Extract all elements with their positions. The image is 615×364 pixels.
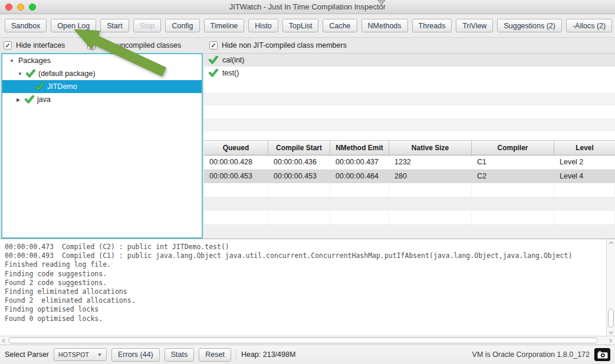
timeline-button[interactable]: Timeline [204,19,245,32]
empty-list-row [204,105,615,118]
compilation-table: Queued Compile Start NMethod Emit Native… [204,140,615,239]
screenshot-camera-button[interactable] [594,348,610,361]
table-cell: 00:00:00.437 [330,155,389,169]
table-cell: 00:00:00.464 [330,170,389,184]
chevron-down-icon: ▼ [97,352,102,358]
table-cell: 00:00:00.428 [204,155,268,169]
nmethods-button[interactable]: NMethods [361,19,408,32]
select-parser-label: Select Parser [5,350,49,359]
hide-uncompiled-label: Hide uncompiled classes [100,41,181,49]
vertical-scroll-thumb[interactable] [608,309,614,327]
hide-non-jit-label: Hide non JIT-compiled class members [222,41,347,49]
triview-button[interactable]: TriView [456,19,493,32]
table-row[interactable]: 00:00:00.428 00:00:00.436 00:00:00.437 1… [204,155,615,170]
statusbar: Select Parser HOTSPOT ▼ Errors (44) Stat… [0,345,615,364]
log-horizontal-scrollbar[interactable] [0,336,615,345]
table-cell: C1 [472,155,554,169]
suggestions-button[interactable]: Suggestions (2) [497,19,562,32]
scroll-right-icon[interactable] [606,336,614,345]
empty-list-row [204,118,615,131]
heap-usage: Heap: 213/498M [241,350,295,359]
sandbox-button[interactable]: Sandbox [5,19,47,32]
table-cell: Level 2 [554,155,615,169]
tree-item-java[interactable]: ▶ java [2,93,202,106]
hide-non-jit-checkbox[interactable]: ✓ [209,41,218,49]
stop-button: Stop [133,19,162,32]
column-header-queued[interactable]: Queued [204,141,268,155]
tree-item-packages[interactable]: ▼ Packages [2,54,202,67]
reset-button[interactable]: Reset [199,348,231,362]
table-header-row: Queued Compile Start NMethod Emit Native… [204,140,615,155]
compiled-check-icon [209,56,218,64]
tree-item-default-package[interactable]: ▼ (default package) [2,67,202,80]
parser-select[interactable]: HOTSPOT ▼ [54,348,107,361]
hide-uncompiled-checkbox[interactable]: ✓ [87,41,96,49]
errors-button[interactable]: Errors (44) [111,348,160,362]
column-header-compile-start[interactable]: Compile Start [268,141,330,155]
log-vertical-scrollbar[interactable] [606,239,615,336]
empty-table-row [204,183,615,197]
divider [236,349,236,360]
collapse-arrow-icon[interactable]: ▼ [9,58,15,64]
package-tree: ▼ Packages ▼ (default package) JITDemo ▶… [1,53,203,239]
column-header-nmethod-emit[interactable]: NMethod Emit [330,141,389,155]
empty-list-row [204,80,615,92]
table-row[interactable]: 00:00:00.453 00:00:00.453 00:00:00.464 2… [204,170,615,184]
member-item-test[interactable]: test() [204,67,615,80]
member-item-cal[interactable]: cal(int) [204,54,615,67]
table-cell: 280 [389,170,472,184]
log-output-area[interactable]: 00:00:00.473 Compiled (C2) : public int … [0,239,615,336]
compiled-check-icon [209,69,218,77]
mouse-cursor-artifact [376,0,387,6]
hide-interfaces-checkbox[interactable]: ✓ [4,41,12,49]
compiled-check-icon [25,95,34,104]
table-cell: C2 [472,170,554,184]
toplist-button[interactable]: TopList [282,19,319,32]
config-button[interactable]: Config [165,19,199,32]
log-text: 00:00:00.473 Compiled (C2) : public int … [5,243,603,336]
class-member-list: cal(int) test() [204,53,615,140]
window-title: JITWatch - Just In Time Compilation Insp… [0,2,615,11]
table-cell: 00:00:00.436 [268,155,330,169]
allocs-button[interactable]: -Allocs (2) [566,19,612,32]
screenshot-camera-icon [597,351,608,359]
horizontal-scroll-thumb[interactable] [8,337,598,343]
scroll-up-icon[interactable] [607,239,615,247]
start-button[interactable]: Start [100,19,129,32]
filter-band: ✓ Hide interfaces ✓ Hide uncompiled clas… [0,38,615,53]
collapse-arrow-icon[interactable]: ▼ [18,71,24,77]
empty-table-row [204,197,615,211]
toolbar: Sandbox Open Log Start Stop Config Timel… [0,14,615,38]
empty-table-row [204,211,615,225]
table-cell: 1232 [389,155,472,169]
titlebar: JITWatch - Just In Time Compilation Insp… [0,0,615,14]
tree-item-jitdemo[interactable]: JITDemo [2,80,202,93]
column-header-compiler[interactable]: Compiler [472,141,554,155]
expand-arrow-icon[interactable]: ▶ [17,97,22,102]
empty-list-row [204,92,615,105]
vm-info: VM is Oracle Corporation 1.8.0_172 [472,350,590,359]
compiled-check-icon [26,70,35,78]
compiled-check-icon [35,82,44,91]
jitwatch-window: { "titlebar": { "title": "JITWatch - Jus… [0,0,615,364]
scroll-left-icon[interactable] [0,336,8,345]
hide-interfaces-label: Hide interfaces [16,41,65,49]
table-cell: Level 4 [554,170,615,184]
table-cell: 00:00:00.453 [268,170,330,184]
column-header-native-size[interactable]: Native Size [389,141,472,155]
column-header-level[interactable]: Level [554,141,615,155]
threads-button[interactable]: Threads [412,19,452,32]
table-cell: 00:00:00.453 [204,170,268,184]
open-log-button[interactable]: Open Log [51,19,96,32]
scroll-down-icon[interactable] [607,327,615,336]
histo-button[interactable]: Histo [248,19,278,32]
cache-button[interactable]: Cache [323,19,357,32]
stats-button[interactable]: Stats [165,348,195,362]
empty-table-row [204,225,615,239]
